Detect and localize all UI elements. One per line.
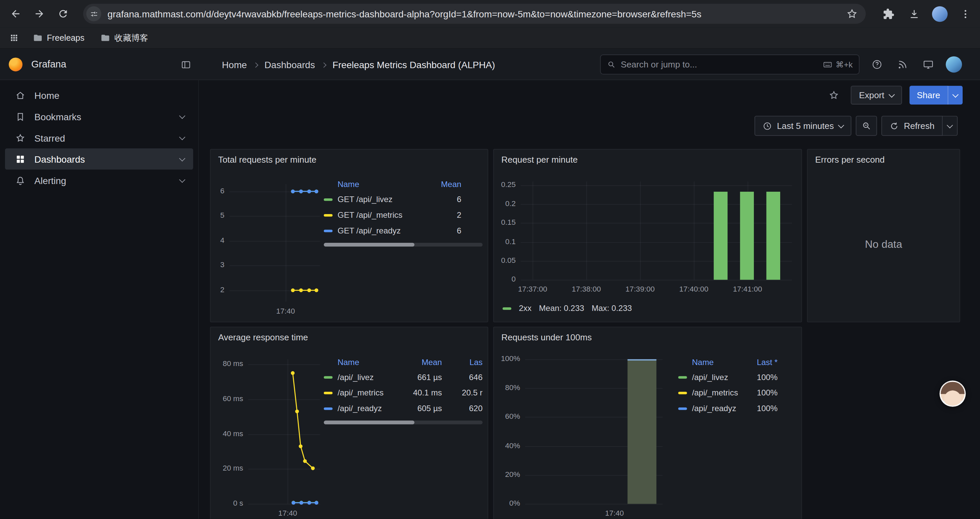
legend-row[interactable]: /api/_readyz 100% <box>678 401 788 416</box>
export-button[interactable]: Export <box>851 86 902 105</box>
legend-header-row: Name Last * <box>678 355 788 369</box>
y-axis-tick-label: 0.2 <box>494 199 516 208</box>
chevron-down-icon[interactable] <box>179 134 185 140</box>
legend-scrollbar[interactable] <box>324 243 483 246</box>
bookmark-star-icon[interactable] <box>846 7 858 20</box>
chevron-down-icon <box>888 91 895 97</box>
floating-assistant-avatar[interactable] <box>940 380 966 407</box>
x-axis-tick-label: 17:38:00 <box>558 285 615 294</box>
legend-row[interactable]: /api/_metrics 100% <box>678 385 788 401</box>
legend-row[interactable]: /api/_metrics 40.1 ms 20.5 r <box>324 385 483 401</box>
user-menu-button[interactable] <box>944 54 964 75</box>
legend-header-last[interactable]: Last * <box>745 357 778 366</box>
y-axis-tick-label: 100% <box>494 355 520 363</box>
bookmarks-bar: Freeleaps 收藏博客 <box>0 27 980 49</box>
refresh-icon <box>889 121 899 131</box>
dashboard-subheader: Export Share <box>199 81 980 109</box>
share-button[interactable]: Share <box>909 86 948 105</box>
legend-series-name: /api/_metrics <box>337 388 406 398</box>
sidebar-item-starred[interactable]: Starred <box>5 127 193 148</box>
breadcrumb-dashboards[interactable]: Dashboards <box>264 59 315 70</box>
legend-header-name[interactable]: Name <box>337 179 430 189</box>
address-bar[interactable]: grafana.mathmast.com/d/deytv4rwavabkb/fr… <box>83 4 865 24</box>
favorite-dashboard-button[interactable] <box>824 86 843 105</box>
panel-errors-per-second: Errors per second No data <box>807 149 960 322</box>
legend-series-name: /api/_livez <box>337 372 406 382</box>
legend-row[interactable]: /api/_livez 661 µs 646 <box>324 369 483 385</box>
chevron-down-icon[interactable] <box>179 176 185 183</box>
legend-header-name[interactable]: Name <box>337 357 406 366</box>
time-range-picker[interactable]: Last 5 minutes <box>754 116 851 136</box>
search-icon <box>607 60 616 69</box>
zoom-out-icon <box>861 121 871 131</box>
sidebar-item-dashboards[interactable]: Dashboards <box>5 148 193 170</box>
series-line <box>293 373 313 468</box>
legend-header-last[interactable]: Las <box>442 357 483 366</box>
series-point <box>315 289 318 292</box>
series-point <box>299 444 302 448</box>
home-icon <box>15 90 26 101</box>
help-button[interactable] <box>867 54 887 75</box>
sidebar-toggle-button[interactable] <box>177 56 194 73</box>
y-axis-tick-label: 0.15 <box>494 218 516 227</box>
folder-icon <box>101 33 110 42</box>
news-button[interactable] <box>892 54 913 75</box>
chevron-down-icon[interactable] <box>179 113 185 119</box>
share-label: Share <box>916 90 940 100</box>
sidebar-item-label: Bookmarks <box>34 111 180 122</box>
chevron-down-icon <box>838 122 844 128</box>
legend-row[interactable]: GET /api/_readyz 6 <box>324 223 483 238</box>
y-axis-tick-label: 80 ms <box>211 359 243 368</box>
legend-scrollbar[interactable] <box>324 420 483 424</box>
panel-title[interactable]: Errors per second <box>815 155 885 164</box>
downloads-button[interactable] <box>904 4 924 24</box>
legend-row[interactable]: /api/_readyz 605 µs 620 <box>324 401 483 416</box>
sidebar-item-bookmarks[interactable]: Bookmarks <box>5 106 193 127</box>
extensions-button[interactable] <box>878 4 898 24</box>
rss-icon <box>897 59 908 70</box>
share-menu-button[interactable] <box>948 86 963 105</box>
refresh-button[interactable]: Refresh <box>881 116 943 136</box>
y-axis-tick-label: 0 s <box>211 499 243 508</box>
forward-button[interactable] <box>29 3 50 24</box>
series-color-icon <box>324 376 332 378</box>
reload-button[interactable] <box>52 3 74 24</box>
kebab-menu-icon <box>959 8 971 20</box>
series-color-icon <box>324 230 332 232</box>
sidebar-item-label: Alerting <box>34 175 180 186</box>
sidebar-item-alerting[interactable]: Alerting <box>5 170 193 191</box>
refresh-label: Refresh <box>904 121 935 131</box>
y-axis-tick-label: 20% <box>494 470 520 479</box>
legend-inline[interactable]: 2xx Mean: 0.233 Max: 0.233 <box>503 303 632 313</box>
chevron-down-icon <box>947 122 953 128</box>
site-info-chip[interactable] <box>86 6 102 21</box>
grafana-header: Grafana Home Dashboards Freeleaps Metric… <box>0 49 980 80</box>
screen-button[interactable] <box>918 54 938 75</box>
back-button[interactable] <box>5 3 26 24</box>
global-search[interactable]: ⌘+k <box>600 54 859 75</box>
legend-row[interactable]: GET /api/_metrics 2 <box>324 207 483 223</box>
zoom-out-button[interactable] <box>856 116 877 136</box>
refresh-interval-button[interactable] <box>943 116 958 136</box>
search-input[interactable] <box>621 59 822 69</box>
legend-row[interactable]: GET /api/_livez 6 <box>324 192 483 207</box>
sidebar-item-home[interactable]: Home <box>5 85 193 106</box>
bookmark-folder-freeleaps[interactable]: Freeleaps <box>27 30 90 46</box>
legend-header-name[interactable]: Name <box>692 357 745 366</box>
legend-scrollbar-thumb[interactable] <box>324 420 414 424</box>
breadcrumb-home[interactable]: Home <box>222 59 247 70</box>
y-axis-tick-label: 20 ms <box>211 464 243 473</box>
profile-avatar <box>932 6 947 22</box>
x-axis-tick-label: 17:40:00 <box>666 285 722 294</box>
legend-scrollbar-thumb[interactable] <box>324 243 414 246</box>
bookmark-folder-blogs[interactable]: 收藏博客 <box>95 30 154 46</box>
legend-row[interactable]: /api/_livez 100% <box>678 369 788 385</box>
browser-menu-button[interactable] <box>955 4 975 24</box>
profile-button[interactable] <box>930 4 950 24</box>
breadcrumb: Home Dashboards Freeleaps Metrics Dashbo… <box>222 49 495 80</box>
grafana-logo[interactable] <box>9 57 22 71</box>
legend-header-mean[interactable]: Mean <box>406 357 442 366</box>
chevron-down-icon[interactable] <box>179 155 185 161</box>
legend-header-mean[interactable]: Mean <box>430 179 461 189</box>
apps-button[interactable] <box>5 29 22 46</box>
